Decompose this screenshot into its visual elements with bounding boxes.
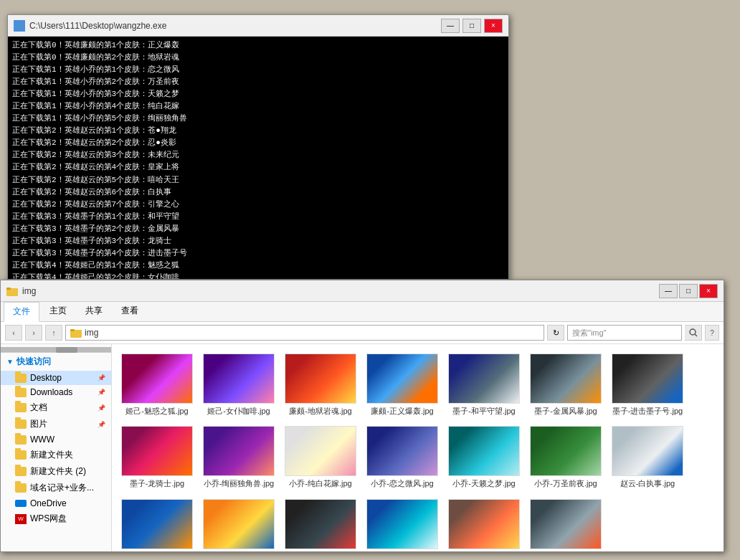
ribbon-tabs: 文件主页共享查看 <box>1 302 724 321</box>
sidebar-pictures-pin: 📌 <box>98 421 105 428</box>
explorer-minimize-button[interactable]: — <box>659 284 678 298</box>
sidebar-item-wps[interactable]: W WPS网盘 <box>1 511 111 527</box>
sidebar-downloads-folder-icon <box>15 388 27 397</box>
search-button[interactable] <box>685 325 702 341</box>
file-thumbnail <box>448 426 520 476</box>
sidebar-www-label: WWW <box>30 435 54 445</box>
sidebar-item-onedrive[interactable]: OneDrive <box>1 496 111 511</box>
refresh-button[interactable]: ↻ <box>547 325 564 341</box>
file-item[interactable]: 赵云-嘻哈天王.jpg <box>445 495 523 551</box>
file-item[interactable]: 姬己-魅惑之狐.jpg <box>118 350 196 419</box>
sidebar-quick-access[interactable]: ▼ 快速访问 <box>1 353 111 371</box>
explorer-maximize-button[interactable]: □ <box>679 284 698 298</box>
file-label: 廉颇-正义爆轰.jpg <box>371 406 433 416</box>
sidebar-item-domain[interactable]: 域名记录+业务... <box>1 480 111 496</box>
file-item[interactable]: 小乔-纯白花嫁.jpg <box>281 422 360 492</box>
file-item[interactable]: 姬己-女仆咖啡.jpg <box>199 350 278 419</box>
address-bar: ‹ › ↑ img ↻ 搜索"img" ? <box>1 322 724 344</box>
file-item[interactable]: 廉颇-正义爆轰.jpg <box>363 350 442 419</box>
file-label: 墨子-龙骑士.jpg <box>130 478 184 488</box>
terminal-line: 正在下载第1！英雄小乔的第2个皮肤：万圣前夜 <box>12 76 504 88</box>
file-thumbnail <box>203 426 275 476</box>
terminal-controls: — □ × <box>441 19 503 33</box>
file-item[interactable]: 墨子-金属风暴.jpg <box>526 350 605 419</box>
sidebar-desktop-pin: 📌 <box>98 374 105 381</box>
file-item[interactable]: 墨子-进击墨子号.jpg <box>608 350 687 419</box>
sidebar-newfolder1-icon <box>15 450 27 460</box>
file-thumbnail <box>366 426 438 476</box>
sidebar-item-newfolder1[interactable]: 新建文件夹 <box>1 447 111 463</box>
sidebar-pictures-folder-icon <box>15 419 27 429</box>
terminal-icon <box>14 20 25 32</box>
terminal-line: 正在下载第1！英雄小乔的第5个皮肤：绚丽独角兽 <box>12 113 504 125</box>
terminal-line: 正在下载第1！英雄小乔的第1个皮肤：恋之微风 <box>12 64 504 76</box>
terminal-line: 正在下载第1！英雄小乔的第3个皮肤：天籁之梦 <box>12 88 504 100</box>
file-item[interactable]: 赵云-忍●炎影.jpg <box>281 495 360 551</box>
sidebar-wps-label: WPS网盘 <box>30 513 67 525</box>
ribbon-tab-主页[interactable]: 主页 <box>41 302 75 321</box>
sidebar-quick-access-label: 快速访问 <box>16 356 51 368</box>
sidebar-downloads-pin: 📌 <box>98 389 105 396</box>
help-button[interactable]: ? <box>705 325 719 341</box>
file-thumbnail <box>366 353 438 404</box>
file-item[interactable]: 廉颇-地狱岩魂.jpg <box>281 350 360 419</box>
file-thumbnail <box>285 499 356 549</box>
terminal-line: 正在下载第3！英雄墨子的第3个皮肤：龙骑士 <box>12 235 504 247</box>
file-item[interactable]: 赵云-皇家上将.jpg <box>199 495 278 551</box>
file-item[interactable]: 赵云-引擎之心.jpg <box>526 495 605 551</box>
sidebar-desktop-label: Desktop <box>30 373 62 383</box>
sidebar-domain-label: 域名记录+业务... <box>30 482 94 494</box>
sidebar-item-newfolder2[interactable]: 新建文件夹 (2) <box>1 463 111 480</box>
file-label: 赵云-白执事.jpg <box>620 478 675 488</box>
ribbon-tab-共享[interactable]: 共享 <box>77 302 111 321</box>
explorer-titlebar: img — □ × <box>1 280 724 302</box>
address-input[interactable]: img <box>65 325 544 341</box>
file-item[interactable]: 墨子-和平守望.jpg <box>445 350 523 419</box>
file-thumbnail <box>121 499 193 549</box>
sidebar-www-folder-icon <box>15 435 27 445</box>
terminal-line: 正在下载第3！英雄墨子的第1个皮肤：和平守望 <box>12 211 504 223</box>
sidebar-documents-pin: 📌 <box>98 404 105 412</box>
file-label: 墨子-进击墨子号.jpg <box>612 406 683 416</box>
explorer-window: img — □ × 文件主页共享查看 ‹ › ↑ img ↻ 搜索"img" <box>0 280 724 552</box>
file-grid: 姬己-魅惑之狐.jpg姬己-女仆咖啡.jpg廉颇-地狱岩魂.jpg廉颇-正义爆轰… <box>112 344 724 551</box>
file-item[interactable]: 小乔-恋之微风.jpg <box>363 422 442 492</box>
file-item[interactable]: 小乔-万圣前夜.jpg <box>526 422 605 492</box>
file-thumbnail <box>203 353 275 404</box>
up-button[interactable]: ↑ <box>45 325 62 341</box>
file-thumbnail <box>530 426 602 476</box>
ribbon-tab-文件[interactable]: 文件 <box>4 302 39 322</box>
file-item[interactable]: 赵云-未来纪元.jpg <box>363 495 442 551</box>
terminal-minimize-button[interactable]: — <box>441 19 460 33</box>
file-thumbnail <box>612 353 683 404</box>
sidebar-item-documents[interactable]: 文档 📌 <box>1 399 111 416</box>
ribbon: 文件主页共享查看 <box>1 302 724 322</box>
file-item[interactable]: 小乔-绚丽独角兽.jpg <box>199 422 278 492</box>
terminal-close-button[interactable]: × <box>484 19 503 33</box>
ribbon-tab-查看[interactable]: 查看 <box>113 302 147 321</box>
explorer-close-button[interactable]: × <box>699 284 718 298</box>
folder-icon <box>6 285 18 297</box>
sidebar: ▼ 快速访问 Desktop 📌 Downloads 📌 文档 📌 图片 <box>1 344 112 551</box>
terminal-line: 正在下载第1！英雄小乔的第4个皮肤：纯白花嫁 <box>12 100 504 113</box>
sidebar-documents-folder-icon <box>15 403 27 412</box>
search-box[interactable]: 搜索"img" <box>567 325 682 341</box>
file-item[interactable]: 赵云-白执事.jpg <box>608 422 687 492</box>
sidebar-item-desktop[interactable]: Desktop 📌 <box>1 371 111 385</box>
file-label: 姬己-魅惑之狐.jpg <box>125 406 188 416</box>
file-item[interactable]: 小乔-天籁之梦.jpg <box>445 422 523 492</box>
terminal-line: 正在下载第3！英雄墨子的第4个皮肤：进击墨子号 <box>12 247 504 260</box>
sidebar-item-www[interactable]: WWW <box>1 432 111 447</box>
forward-button[interactable]: › <box>25 325 42 341</box>
back-button[interactable]: ‹ <box>5 325 22 341</box>
terminal-line: 正在下载第2！英雄赵云的第7个皮肤：引擎之心 <box>12 199 504 211</box>
file-item[interactable]: 赵云-苍天翔龙.jpg <box>118 495 196 551</box>
sidebar-item-pictures[interactable]: 图片 📌 <box>1 416 111 432</box>
file-label: 廉颇-地狱岩魂.jpg <box>289 406 351 416</box>
file-thumbnail <box>121 353 193 404</box>
sidebar-item-downloads[interactable]: Downloads 📌 <box>1 385 111 399</box>
sidebar-newfolder2-label: 新建文件夹 (2) <box>30 465 86 478</box>
file-item[interactable]: 墨子-龙骑士.jpg <box>118 422 196 492</box>
terminal-maximize-button[interactable]: □ <box>463 19 481 33</box>
svg-point-5 <box>690 329 696 335</box>
